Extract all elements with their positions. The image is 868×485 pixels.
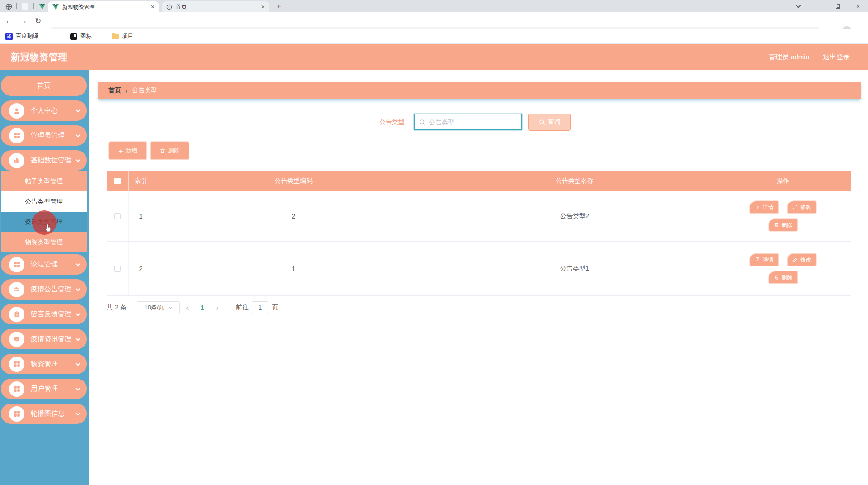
back-button[interactable]: ← [4,15,14,26]
clipboard-icon [9,307,24,322]
document-icon [755,257,760,262]
sidebar-item-home[interactable]: 首页 [1,76,87,96]
sidebar-item-epidemic-news-management[interactable]: 疫情资讯管理 [1,329,87,349]
sidebar-item-carousel-info[interactable]: 轮播图信息 [1,404,87,424]
cell-code: 2 [153,191,434,241]
table-row: 2 1 公告类型1 详情 修改 删除 [107,242,851,296]
cell-index: 1 [129,191,153,241]
tab-title: 新冠物资管理 [62,3,146,11]
pencil-icon [793,204,798,210]
delete-button[interactable]: 删除 [150,142,189,160]
detail-button[interactable]: 详情 [750,201,779,214]
sidebar-item-feedback-management[interactable]: 留言反馈管理 [1,304,87,324]
table-header-row: 索引 公告类型编码 公告类型名称 操作 [107,171,851,191]
window-restore-button[interactable] [828,0,848,12]
sidebar-item-material-management[interactable]: 物资管理 [1,354,87,374]
chevron-down-icon [168,305,172,309]
blank-favicon [22,3,28,10]
browser-tab-active[interactable]: 新冠物资管理 × [48,1,159,12]
vue-icon [52,4,59,10]
tab-close-icon[interactable]: × [151,4,155,10]
grid-icon [9,381,24,397]
page-unit-label: 页 [272,304,278,312]
prev-page-button[interactable]: ‹ [180,303,195,313]
chevron-down-icon [76,133,80,137]
chevron-down-icon [76,336,80,341]
window-minimize-button[interactable]: – [808,0,828,12]
sidebar-item-forum-management[interactable]: 论坛管理 [1,254,87,275]
pinned-tab-globe[interactable] [5,2,13,10]
chevron-down-icon [796,3,801,8]
cell-name: 公告类型2 [434,191,715,241]
goto-page-input[interactable] [252,301,268,314]
hand-cursor-icon [44,223,54,233]
click-indicator [32,210,57,235]
sidebar-item-personal-center[interactable]: 个人中心 [1,100,87,121]
grid-icon [9,406,24,422]
edit-button[interactable]: 修改 [787,201,816,214]
logout-button[interactable]: 退出登录 [823,53,850,62]
bookmark-baidu-translate[interactable]: 译 百度翻译 [5,33,38,40]
tab-divider [16,3,17,9]
add-button[interactable]: + 新增 [109,142,147,160]
header-name: 公告类型名称 [434,171,715,191]
select-all-checkbox[interactable] [114,178,121,184]
submenu-item-material-type[interactable]: 物资类型管理 [1,232,87,252]
folder-icon [112,34,119,39]
search-field-label: 公告类型 [366,118,405,126]
next-page-button[interactable]: › [209,303,225,313]
reload-button[interactable]: ↻ [33,15,43,26]
dark-bookmark-icon [70,33,77,40]
globe-icon [5,3,12,10]
browser-tab-inactive[interactable]: 首页 × [162,1,269,12]
bookmark-project-folder[interactable]: 项目 [112,33,133,40]
message-icon [9,332,24,347]
bar-chart-icon [9,153,24,168]
translate-icon: 译 [5,33,13,40]
restore-icon [836,4,840,9]
forward-button[interactable]: → [18,15,29,26]
submenu-item-notice-type-active[interactable]: 公告类型管理 [1,191,87,212]
pinned-tab-blank[interactable] [21,2,29,10]
pagination: 共 2 条 10条/页 ‹ 1 › 前往 页 [107,300,278,316]
current-page[interactable]: 1 [195,304,210,311]
pinned-tab-vue[interactable] [38,2,46,10]
tab-close-icon[interactable]: × [261,4,265,10]
cell-name: 公告类型1 [434,242,715,295]
chevron-down-icon [76,411,80,415]
browser-toolbar: ← → ↻ ⓘ localhost:8081/#/dictionaryGongg… [0,12,868,29]
new-tab-button[interactable]: + [277,2,281,11]
chevron-down-icon [76,286,80,291]
search-input[interactable] [429,119,521,126]
window-close-button[interactable]: × [848,0,868,12]
row-delete-button[interactable]: 删除 [769,219,798,231]
sidebar-item-basic-data-management[interactable]: 基础数据管理 [1,150,87,171]
sidebar-item-user-management[interactable]: 用户管理 [1,379,87,399]
notice-type-table: 索引 公告类型编码 公告类型名称 操作 1 2 公告类型2 详情 修改 删除 2… [107,171,851,296]
row-checkbox[interactable] [114,213,121,219]
detail-button[interactable]: 详情 [750,253,779,266]
chevron-down-icon [76,262,80,266]
header-checkbox-cell [107,171,129,191]
window-menu-chevron[interactable] [788,0,808,12]
sidebar-item-epidemic-notice-management[interactable]: 疫情公告管理 [1,279,87,300]
edit-button[interactable]: 修改 [787,253,816,266]
page-size-select[interactable]: 10条/页 [137,301,180,314]
cell-code: 1 [153,242,434,295]
chevron-down-icon [76,386,80,390]
document-icon [755,204,760,210]
goto-label: 前往 [236,304,248,312]
app-header: 新冠物资管理 管理员 admin 退出登录 [0,44,868,70]
plus-icon: + [119,147,123,154]
sidebar-item-admin-management[interactable]: 管理员管理 [1,125,87,146]
sidebar: 首页 个人中心 管理员管理 基础数据管理 帖子类型管理 公告类型管理 资讯类型管… [0,70,89,485]
table-row: 1 2 公告类型2 详情 修改 删除 [107,191,851,242]
submenu-item-post-type[interactable]: 帖子类型管理 [1,171,87,191]
bookmark-icons[interactable]: 图标 [70,33,92,40]
chevron-down-icon [76,311,80,316]
search-input-wrapper [414,114,522,130]
breadcrumb-home[interactable]: 首页 [108,86,121,95]
query-button[interactable]: 查询 [528,114,571,131]
row-delete-button[interactable]: 删除 [769,271,798,284]
row-checkbox[interactable] [114,266,121,272]
